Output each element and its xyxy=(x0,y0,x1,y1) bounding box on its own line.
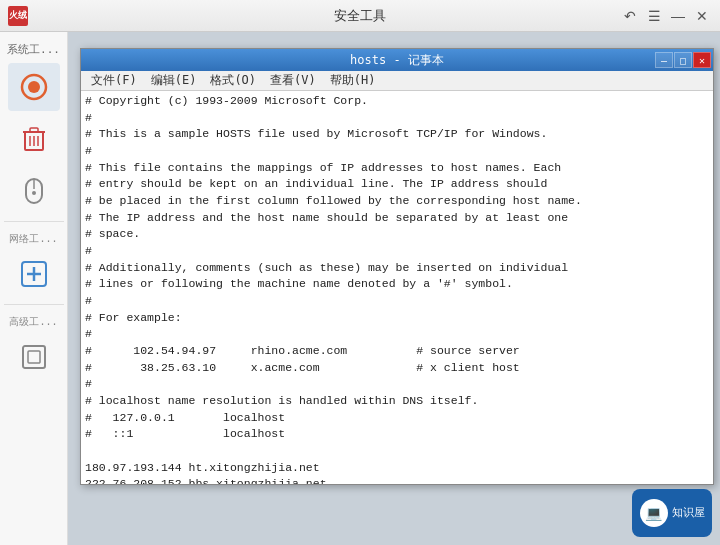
circle-icon xyxy=(20,73,48,101)
notepad-maximize-btn[interactable]: □ xyxy=(674,52,692,68)
notepad-title: hosts - 记事本 xyxy=(350,52,444,69)
notepad-menu: 文件(F) 编辑(E) 格式(O) 查看(V) 帮助(H) xyxy=(81,71,713,91)
notepad-minimize-btn[interactable]: — xyxy=(655,52,673,68)
notepad-titlebar: hosts - 记事本 — □ ✕ xyxy=(81,49,713,71)
content-area: www.wmzhe.com www.wmzhe.com www.wmzhe.co… xyxy=(68,32,720,545)
trash-icon xyxy=(20,125,48,153)
notepad-content[interactable]: # Copyright (c) 1993-2009 Microsoft Corp… xyxy=(81,91,713,484)
title-bar-controls: ↶ ☰ — ✕ xyxy=(620,6,712,26)
sidebar-item-mouse[interactable] xyxy=(8,167,60,215)
undo-button[interactable]: ↶ xyxy=(620,6,640,26)
main-layout: 系统工... xyxy=(0,32,720,545)
sidebar-divider2 xyxy=(4,304,64,305)
plus-icon xyxy=(20,260,48,288)
notepad-text: # Copyright (c) 1993-2009 Microsoft Corp… xyxy=(85,93,709,484)
notepad-window: hosts - 记事本 — □ ✕ 文件(F) 编辑(E) 格式(O) 查看(V… xyxy=(80,48,714,485)
app-title: 安全工具 xyxy=(334,7,386,25)
sidebar-divider1 xyxy=(4,221,64,222)
svg-rect-14 xyxy=(23,346,45,368)
svg-rect-15 xyxy=(28,351,40,363)
app-icon: 火绒 xyxy=(8,6,28,26)
sidebar-item-circle[interactable] xyxy=(8,63,60,111)
sidebar: 系统工... xyxy=(0,32,68,545)
menu-button[interactable]: ☰ xyxy=(644,6,664,26)
svg-point-1 xyxy=(28,81,40,93)
knowledge-badge: 💻 知识屋 xyxy=(632,489,712,537)
knowledge-icon: 💻 xyxy=(640,499,668,527)
app-window: 火绒 安全工具 ↶ ☰ — ✕ 系统工... xyxy=(0,0,720,545)
minimize-button[interactable]: — xyxy=(668,6,688,26)
sidebar-section3-label: 高级工... xyxy=(7,309,59,331)
close-button[interactable]: ✕ xyxy=(692,6,712,26)
menu-file[interactable]: 文件(F) xyxy=(85,71,143,90)
title-bar: 火绒 安全工具 ↶ ☰ — ✕ xyxy=(0,0,720,32)
sidebar-item-plus[interactable] xyxy=(8,250,60,298)
box-icon xyxy=(20,343,48,371)
notepad-close-btn[interactable]: ✕ xyxy=(693,52,711,68)
sidebar-item-box[interactable] xyxy=(8,333,60,381)
svg-point-10 xyxy=(32,191,36,195)
menu-format[interactable]: 格式(O) xyxy=(204,71,262,90)
sidebar-section2-label: 网络工... xyxy=(7,226,59,248)
menu-edit[interactable]: 编辑(E) xyxy=(145,71,203,90)
menu-help[interactable]: 帮助(H) xyxy=(324,71,382,90)
knowledge-text: 知识屋 xyxy=(672,506,705,520)
notepad-win-controls: — □ ✕ xyxy=(655,52,711,68)
mouse-icon xyxy=(20,177,48,205)
sidebar-section1-label: 系统工... xyxy=(0,36,67,61)
menu-view[interactable]: 查看(V) xyxy=(264,71,322,90)
sidebar-item-trash[interactable] xyxy=(8,115,60,163)
svg-rect-4 xyxy=(30,128,38,132)
